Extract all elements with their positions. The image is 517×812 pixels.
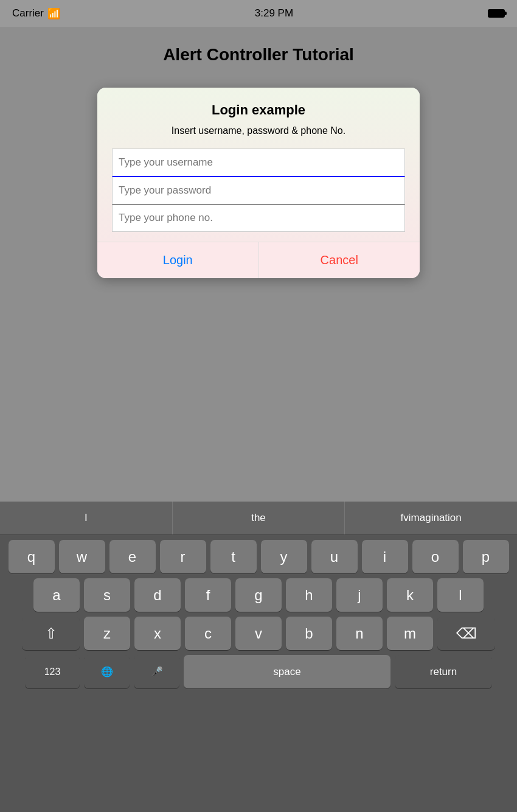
key-q[interactable]: q: [9, 540, 55, 573]
mic-key[interactable]: 🎤: [134, 655, 179, 688]
key-a[interactable]: a: [33, 578, 80, 612]
shift-key[interactable]: ⇧: [22, 617, 80, 650]
status-bar: Carrier 📶 3:29 PM: [0, 0, 517, 27]
phone-input[interactable]: [112, 205, 405, 232]
alert-title: Login example: [112, 102, 405, 118]
key-d[interactable]: d: [134, 578, 181, 612]
key-row-3: ⇧ z x c v b n m ⌫: [3, 617, 514, 650]
login-button[interactable]: Login: [97, 242, 259, 278]
key-n[interactable]: n: [336, 617, 383, 650]
status-left: Carrier 📶: [12, 7, 60, 20]
key-z[interactable]: z: [84, 617, 130, 650]
key-l[interactable]: l: [437, 578, 484, 612]
key-g[interactable]: g: [235, 578, 282, 612]
globe-key[interactable]: 🌐: [84, 655, 130, 688]
alert-dialog: Login example Insert username, password …: [97, 88, 420, 278]
carrier-label: Carrier: [12, 7, 44, 19]
key-row-2: a s d f g h j k l: [3, 578, 514, 612]
battery-area: [488, 9, 505, 18]
time-label: 3:29 PM: [255, 7, 293, 19]
key-j[interactable]: j: [336, 578, 383, 612]
key-v[interactable]: v: [235, 617, 282, 650]
battery-icon: [488, 9, 505, 18]
alert-inputs: [112, 149, 405, 232]
app-title: Alert Controller Tutorial: [163, 45, 354, 65]
key-k[interactable]: k: [387, 578, 433, 612]
wifi-icon: 📶: [47, 7, 60, 20]
alert-message: Insert username, password & phone No.: [112, 124, 405, 138]
password-input[interactable]: [112, 177, 405, 205]
key-x[interactable]: x: [134, 617, 181, 650]
suggestions-row: I the fvimagination: [0, 502, 517, 535]
key-r[interactable]: r: [160, 540, 206, 573]
key-w[interactable]: w: [59, 540, 105, 573]
key-b[interactable]: b: [286, 617, 332, 650]
key-row-4: 123 🌐 🎤 space return: [3, 655, 514, 688]
backspace-key[interactable]: ⌫: [437, 617, 495, 650]
cancel-button[interactable]: Cancel: [259, 242, 420, 278]
key-row-1: q w e r t y u i o p: [3, 540, 514, 573]
return-key[interactable]: return: [395, 655, 492, 688]
key-i[interactable]: i: [362, 540, 408, 573]
key-e[interactable]: e: [109, 540, 156, 573]
alert-buttons: Login Cancel: [97, 242, 420, 278]
key-h[interactable]: h: [286, 578, 332, 612]
key-t[interactable]: t: [210, 540, 257, 573]
key-c[interactable]: c: [185, 617, 231, 650]
keyboard-rows: q w e r t y u i o p a s d f g h j k l ⇧ …: [0, 535, 517, 691]
key-y[interactable]: y: [261, 540, 307, 573]
suggestion-i[interactable]: I: [0, 502, 173, 534]
app-area: Alert Controller Tutorial Login example …: [0, 27, 517, 502]
alert-content: Login example Insert username, password …: [97, 88, 420, 242]
suggestion-fvimagination[interactable]: fvimagination: [345, 502, 517, 534]
key-f[interactable]: f: [185, 578, 231, 612]
username-input[interactable]: [112, 149, 405, 177]
key-m[interactable]: m: [387, 617, 433, 650]
space-key[interactable]: space: [184, 655, 390, 688]
key-s[interactable]: s: [84, 578, 130, 612]
keyboard-area: I the fvimagination q w e r t y u i o p …: [0, 502, 517, 812]
key-u[interactable]: u: [311, 540, 358, 573]
numbers-key[interactable]: 123: [25, 655, 80, 688]
key-o[interactable]: o: [412, 540, 459, 573]
key-p[interactable]: p: [463, 540, 509, 573]
suggestion-the[interactable]: the: [173, 502, 345, 534]
